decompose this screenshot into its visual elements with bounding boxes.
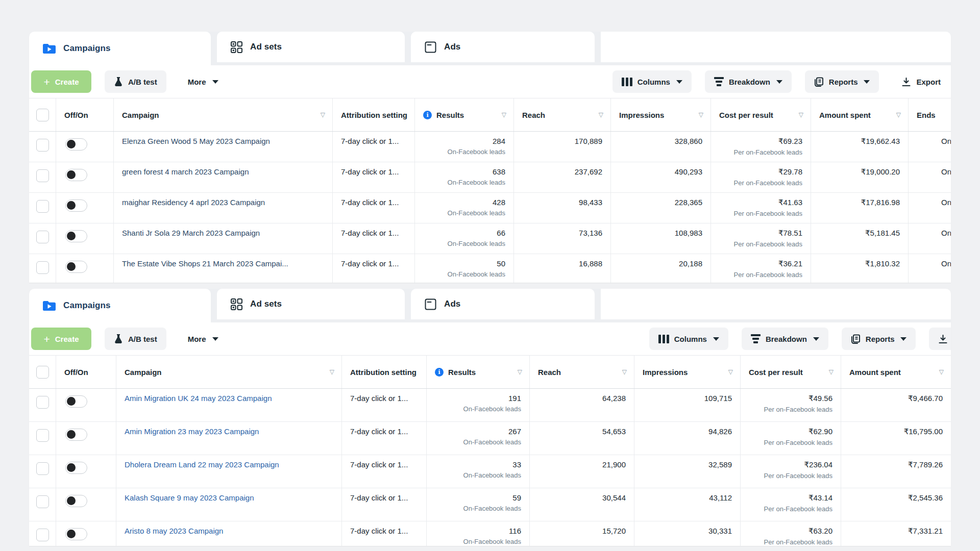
campaign-link[interactable]: Shanti Jr Sola 29 March 2023 Campaign	[122, 229, 326, 237]
amount-spent-value: ₹19,000.20	[815, 167, 900, 177]
results-type: On-Facebook leads	[419, 179, 505, 186]
campaign-link[interactable]: green forest 4 march 2023 Campaign	[122, 167, 326, 176]
more-button[interactable]: More	[179, 328, 228, 350]
select-all-checkbox[interactable]	[36, 109, 49, 121]
reports-button[interactable]: Reports	[842, 328, 916, 350]
campaign-toggle[interactable]	[65, 138, 87, 151]
campaign-toggle[interactable]	[65, 230, 87, 242]
campaign-link[interactable]: Amin Migration UK 24 may 2023 Campaign	[125, 394, 335, 403]
campaign-toggle[interactable]	[65, 528, 87, 540]
row-checkbox[interactable]	[36, 462, 49, 475]
reach-value: 30,544	[534, 493, 626, 502]
header-reach: Reach	[522, 111, 545, 119]
campaign-toggle[interactable]	[65, 169, 87, 181]
info-icon[interactable]: i	[423, 111, 432, 119]
row-checkbox[interactable]	[36, 200, 49, 213]
ab-test-button[interactable]: A/B test	[105, 70, 166, 93]
cost-per-result-type: Per on-Facebook leads	[715, 271, 802, 279]
sort-icon[interactable]: ▽	[599, 111, 603, 118]
row-checkbox[interactable]	[36, 231, 49, 243]
sort-icon[interactable]: ▽	[518, 368, 522, 375]
select-all-checkbox[interactable]	[36, 366, 49, 379]
campaign-toggle[interactable]	[65, 199, 87, 212]
create-button[interactable]: + Create	[31, 70, 91, 93]
reach-value: 237,692	[518, 167, 602, 176]
tab-ad-sets[interactable]: Ad sets	[217, 289, 405, 319]
campaign-link[interactable]: Amin Migration 23 may 2023 Campaign	[125, 427, 335, 436]
header-campaign: Campaign	[125, 368, 162, 377]
row-checkbox[interactable]	[36, 139, 49, 152]
breakdown-button[interactable]: Breakdown	[705, 70, 792, 93]
impressions-value: 108,983	[615, 229, 702, 237]
columns-label: Columns	[638, 78, 670, 86]
export-button[interactable]: Export	[929, 328, 951, 350]
results-value: 116	[431, 527, 521, 535]
campaign-toggle[interactable]	[65, 395, 87, 408]
sort-icon[interactable]: ▽	[799, 111, 803, 118]
more-button[interactable]: More	[179, 70, 228, 93]
sort-icon[interactable]: ▽	[939, 368, 944, 375]
table-row: Shanti Jr Sola 29 March 2023 Campaign 7-…	[29, 223, 951, 254]
results-value: 284	[419, 137, 505, 145]
info-icon[interactable]: i	[435, 368, 444, 377]
campaign-toggle[interactable]	[65, 429, 87, 441]
reports-button[interactable]: Reports	[805, 70, 879, 93]
row-checkbox[interactable]	[36, 261, 49, 274]
amount-spent-value: ₹1,810.32	[815, 259, 900, 268]
attribution-value: 7-day click or 1...	[350, 493, 408, 502]
impressions-value: 30,331	[639, 527, 732, 535]
columns-icon	[622, 78, 632, 86]
ab-test-button[interactable]: A/B test	[105, 328, 166, 350]
table-header-row: Off/On Campaign▽ Attribution setting iRe…	[29, 355, 951, 389]
toggle-knob	[67, 140, 76, 148]
table-body: Amin Migration UK 24 may 2023 Campaign 7…	[29, 389, 951, 546]
cost-per-result-type: Per on-Facebook leads	[745, 439, 832, 446]
sort-icon[interactable]: ▽	[330, 368, 334, 375]
results-value: 428	[419, 198, 505, 207]
results-type: On-Facebook leads	[419, 209, 505, 217]
ads-page-icon	[424, 41, 437, 54]
header-results: Results	[436, 111, 464, 119]
breakdown-button[interactable]: Breakdown	[742, 328, 828, 350]
sort-icon[interactable]: ▽	[622, 368, 627, 375]
header-campaign: Campaign	[122, 111, 159, 119]
toolbar: + Create A/B test More Columns Breakdown	[29, 322, 951, 355]
ab-test-label: A/B test	[128, 78, 157, 86]
campaign-link[interactable]: The Estate Vibe Shops 21 March 2023 Camp…	[122, 259, 326, 268]
header-off-on: Off/On	[64, 111, 88, 119]
columns-button[interactable]: Columns	[649, 328, 728, 350]
tab-campaigns[interactable]: Campaigns	[29, 32, 211, 65]
campaign-link[interactable]: Aristo 8 may 2023 Campaign	[125, 527, 335, 535]
sort-icon[interactable]: ▽	[699, 111, 703, 118]
row-checkbox[interactable]	[36, 529, 49, 541]
plus-icon: +	[44, 77, 50, 87]
sort-icon[interactable]: ▽	[829, 368, 834, 375]
sort-icon[interactable]: ▽	[321, 111, 325, 118]
tab-ads[interactable]: Ads	[411, 289, 595, 319]
sort-icon[interactable]: ▽	[896, 111, 901, 118]
tab-campaigns[interactable]: Campaigns	[29, 289, 211, 322]
ad-sets-grid-icon	[230, 41, 243, 54]
sort-icon[interactable]: ▽	[728, 368, 733, 375]
tab-ads[interactable]: Ads	[411, 32, 595, 62]
campaign-toggle[interactable]	[65, 495, 87, 507]
campaign-toggle[interactable]	[65, 462, 87, 474]
header-results: Results	[448, 368, 476, 377]
campaign-link[interactable]: Dholera Dream Land 22 may 2023 Campaign	[125, 460, 335, 469]
row-checkbox[interactable]	[36, 429, 49, 442]
attribution-value: 7-day click or 1...	[341, 137, 399, 145]
export-button[interactable]: Export	[892, 70, 944, 93]
tab-ad-sets[interactable]: Ad sets	[217, 32, 405, 62]
header-off-on: Off/On	[64, 368, 88, 377]
create-button[interactable]: + Create	[31, 328, 91, 350]
campaign-link[interactable]: Elenza Green Wood 5 May 2023 Campaign	[122, 137, 326, 145]
row-checkbox[interactable]	[36, 396, 49, 409]
row-checkbox[interactable]	[36, 169, 49, 182]
columns-button[interactable]: Columns	[612, 70, 692, 93]
sort-icon[interactable]: ▽	[502, 111, 506, 118]
results-value: 33	[431, 460, 521, 469]
campaign-link[interactable]: Kalash Square 9 may 2023 Campaign	[125, 493, 335, 502]
campaign-toggle[interactable]	[65, 261, 87, 273]
row-checkbox[interactable]	[36, 495, 49, 508]
campaign-link[interactable]: maighar Residency 4 aprl 2023 Campaign	[122, 198, 326, 207]
